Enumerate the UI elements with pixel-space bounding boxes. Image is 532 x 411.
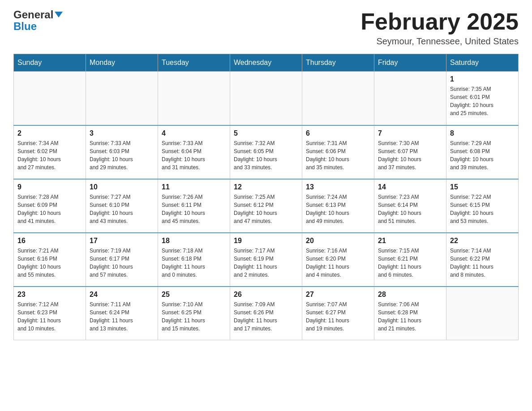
calendar-cell: 19Sunrise: 7:17 AM Sunset: 6:19 PM Dayli…	[230, 233, 302, 287]
calendar-week-row: 23Sunrise: 7:12 AM Sunset: 6:23 PM Dayli…	[14, 287, 519, 340]
day-number: 21	[378, 237, 442, 245]
day-number: 28	[378, 291, 442, 299]
calendar-cell	[446, 287, 519, 340]
calendar-cell: 6Sunrise: 7:31 AM Sunset: 6:06 PM Daylig…	[302, 125, 374, 179]
calendar-cell: 9Sunrise: 7:28 AM Sunset: 6:09 PM Daylig…	[14, 179, 86, 233]
day-number: 10	[90, 183, 154, 191]
day-number: 12	[234, 183, 298, 191]
day-number: 20	[306, 237, 370, 245]
calendar-cell: 3Sunrise: 7:33 AM Sunset: 6:03 PM Daylig…	[86, 125, 158, 179]
day-info: Sunrise: 7:14 AM Sunset: 6:22 PM Dayligh…	[450, 247, 515, 279]
day-number: 27	[306, 291, 370, 299]
calendar-cell: 17Sunrise: 7:19 AM Sunset: 6:17 PM Dayli…	[86, 233, 158, 287]
day-info: Sunrise: 7:12 AM Sunset: 6:23 PM Dayligh…	[17, 300, 82, 333]
day-number: 13	[306, 183, 370, 191]
day-info: Sunrise: 7:21 AM Sunset: 6:16 PM Dayligh…	[17, 247, 82, 279]
day-number: 6	[306, 129, 370, 137]
logo-blue: Blue	[13, 21, 37, 32]
day-number: 5	[234, 129, 298, 137]
calendar-cell: 27Sunrise: 7:07 AM Sunset: 6:27 PM Dayli…	[302, 287, 374, 340]
day-number: 18	[162, 237, 226, 245]
calendar-cell: 8Sunrise: 7:29 AM Sunset: 6:08 PM Daylig…	[446, 125, 519, 179]
calendar-header: Sunday Monday Tuesday Wednesday Thursday…	[14, 54, 519, 72]
calendar-body: 1Sunrise: 7:35 AM Sunset: 6:01 PM Daylig…	[14, 72, 519, 340]
day-info: Sunrise: 7:11 AM Sunset: 6:24 PM Dayligh…	[90, 300, 154, 333]
col-wednesday: Wednesday	[230, 54, 302, 72]
day-info: Sunrise: 7:15 AM Sunset: 6:21 PM Dayligh…	[378, 247, 442, 279]
calendar-cell: 2Sunrise: 7:34 AM Sunset: 6:02 PM Daylig…	[14, 125, 86, 179]
day-info: Sunrise: 7:25 AM Sunset: 6:12 PM Dayligh…	[234, 193, 298, 225]
day-number: 25	[162, 291, 226, 299]
day-info: Sunrise: 7:32 AM Sunset: 6:05 PM Dayligh…	[234, 139, 298, 171]
calendar-cell: 22Sunrise: 7:14 AM Sunset: 6:22 PM Dayli…	[446, 233, 519, 287]
day-info: Sunrise: 7:10 AM Sunset: 6:25 PM Dayligh…	[162, 300, 226, 333]
logo-general: General	[13, 9, 63, 21]
day-info: Sunrise: 7:07 AM Sunset: 6:27 PM Dayligh…	[306, 300, 370, 333]
day-info: Sunrise: 7:19 AM Sunset: 6:17 PM Dayligh…	[90, 247, 154, 279]
day-number: 22	[450, 237, 515, 245]
calendar-cell	[230, 72, 302, 125]
calendar-cell: 13Sunrise: 7:24 AM Sunset: 6:13 PM Dayli…	[302, 179, 374, 233]
calendar-cell: 15Sunrise: 7:22 AM Sunset: 6:15 PM Dayli…	[446, 179, 519, 233]
calendar-cell: 4Sunrise: 7:33 AM Sunset: 6:04 PM Daylig…	[158, 125, 230, 179]
calendar-cell: 1Sunrise: 7:35 AM Sunset: 6:01 PM Daylig…	[446, 72, 519, 125]
day-number: 26	[234, 291, 298, 299]
calendar-week-row: 16Sunrise: 7:21 AM Sunset: 6:16 PM Dayli…	[14, 233, 519, 287]
calendar-cell: 23Sunrise: 7:12 AM Sunset: 6:23 PM Dayli…	[14, 287, 86, 340]
day-number: 1	[450, 75, 515, 83]
day-info: Sunrise: 7:34 AM Sunset: 6:02 PM Dayligh…	[17, 139, 82, 171]
day-number: 2	[17, 129, 82, 137]
calendar-cell	[158, 72, 230, 125]
month-title: February 2025	[360, 9, 519, 34]
day-number: 8	[450, 129, 515, 137]
day-info: Sunrise: 7:33 AM Sunset: 6:03 PM Dayligh…	[90, 139, 154, 171]
day-number: 19	[234, 237, 298, 245]
calendar-cell	[374, 72, 446, 125]
day-number: 3	[90, 129, 154, 137]
day-number: 15	[450, 183, 515, 191]
logo-triangle-icon	[55, 12, 63, 17]
day-info: Sunrise: 7:26 AM Sunset: 6:11 PM Dayligh…	[162, 193, 226, 225]
day-number: 17	[90, 237, 154, 245]
day-info: Sunrise: 7:09 AM Sunset: 6:26 PM Dayligh…	[234, 300, 298, 333]
calendar-week-row: 1Sunrise: 7:35 AM Sunset: 6:01 PM Daylig…	[14, 72, 519, 125]
day-info: Sunrise: 7:23 AM Sunset: 6:14 PM Dayligh…	[378, 193, 442, 225]
col-friday: Friday	[374, 54, 446, 72]
col-tuesday: Tuesday	[158, 54, 230, 72]
day-number: 23	[17, 291, 82, 299]
calendar-cell: 20Sunrise: 7:16 AM Sunset: 6:20 PM Dayli…	[302, 233, 374, 287]
day-info: Sunrise: 7:31 AM Sunset: 6:06 PM Dayligh…	[306, 139, 370, 171]
day-info: Sunrise: 7:28 AM Sunset: 6:09 PM Dayligh…	[17, 193, 82, 225]
logo: General Blue	[13, 9, 63, 33]
calendar-cell: 5Sunrise: 7:32 AM Sunset: 6:05 PM Daylig…	[230, 125, 302, 179]
calendar-cell: 11Sunrise: 7:26 AM Sunset: 6:11 PM Dayli…	[158, 179, 230, 233]
page-header: General Blue February 2025 Seymour, Tenn…	[13, 9, 519, 47]
col-monday: Monday	[86, 54, 158, 72]
day-number: 14	[378, 183, 442, 191]
calendar-cell: 12Sunrise: 7:25 AM Sunset: 6:12 PM Dayli…	[230, 179, 302, 233]
calendar-cell	[14, 72, 86, 125]
day-number: 4	[162, 129, 226, 137]
weekday-header-row: Sunday Monday Tuesday Wednesday Thursday…	[14, 54, 519, 72]
day-info: Sunrise: 7:16 AM Sunset: 6:20 PM Dayligh…	[306, 247, 370, 279]
calendar-cell: 24Sunrise: 7:11 AM Sunset: 6:24 PM Dayli…	[86, 287, 158, 340]
location-title: Seymour, Tennessee, United States	[360, 36, 519, 47]
day-info: Sunrise: 7:33 AM Sunset: 6:04 PM Dayligh…	[162, 139, 226, 171]
col-sunday: Sunday	[14, 54, 86, 72]
calendar-week-row: 2Sunrise: 7:34 AM Sunset: 6:02 PM Daylig…	[14, 125, 519, 179]
calendar-cell: 18Sunrise: 7:18 AM Sunset: 6:18 PM Dayli…	[158, 233, 230, 287]
day-info: Sunrise: 7:27 AM Sunset: 6:10 PM Dayligh…	[90, 193, 154, 225]
day-info: Sunrise: 7:29 AM Sunset: 6:08 PM Dayligh…	[450, 139, 515, 171]
col-thursday: Thursday	[302, 54, 374, 72]
calendar-cell: 26Sunrise: 7:09 AM Sunset: 6:26 PM Dayli…	[230, 287, 302, 340]
calendar-cell: 25Sunrise: 7:10 AM Sunset: 6:25 PM Dayli…	[158, 287, 230, 340]
day-info: Sunrise: 7:24 AM Sunset: 6:13 PM Dayligh…	[306, 193, 370, 225]
day-info: Sunrise: 7:35 AM Sunset: 6:01 PM Dayligh…	[450, 85, 515, 117]
calendar-cell: 28Sunrise: 7:06 AM Sunset: 6:28 PM Dayli…	[374, 287, 446, 340]
calendar-cell	[302, 72, 374, 125]
col-saturday: Saturday	[446, 54, 519, 72]
calendar-table: Sunday Monday Tuesday Wednesday Thursday…	[13, 54, 519, 340]
day-number: 11	[162, 183, 226, 191]
calendar-cell: 10Sunrise: 7:27 AM Sunset: 6:10 PM Dayli…	[86, 179, 158, 233]
calendar-cell: 16Sunrise: 7:21 AM Sunset: 6:16 PM Dayli…	[14, 233, 86, 287]
